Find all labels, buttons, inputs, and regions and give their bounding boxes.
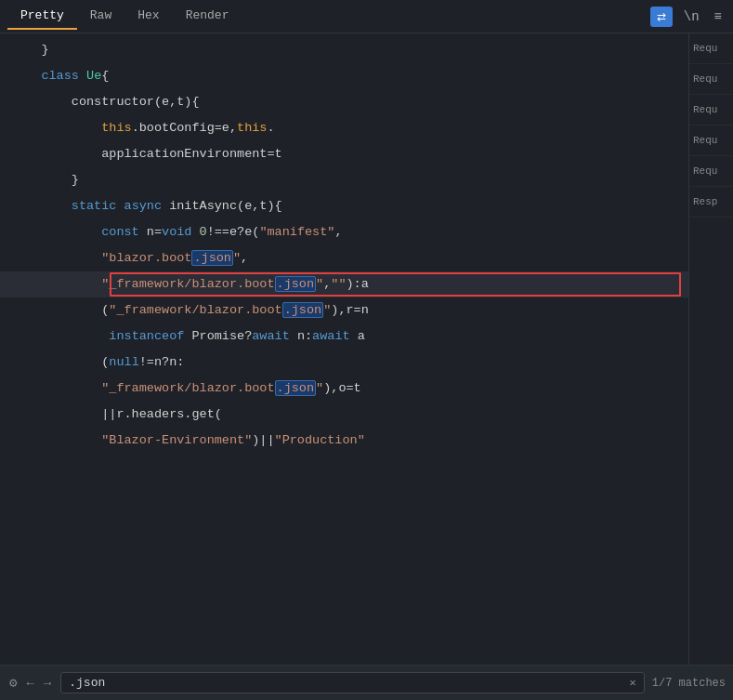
right-panel: Requ Requ Requ Requ Requ Resp xyxy=(688,33,733,665)
code-text: "_framework/blazor.boot.json",""):a xyxy=(11,271,369,297)
search-input-wrap: ✕ xyxy=(60,672,645,693)
code-text: } xyxy=(11,167,79,193)
main-area: } class Ue{ constructor(e,t){ this.bootC… xyxy=(0,33,733,665)
menu-icon[interactable]: ≡ xyxy=(711,7,726,26)
right-panel-item[interactable]: Requ xyxy=(689,156,733,187)
code-text: const n=void 0!==e?e("manifest", xyxy=(11,219,343,245)
code-text: (null!=n?n: xyxy=(11,350,184,376)
right-panel-item[interactable]: Requ xyxy=(689,125,733,156)
code-line: "Blazor-Environment")||"Production" xyxy=(0,428,688,454)
tab-render[interactable]: Render xyxy=(173,3,242,30)
settings-icon[interactable]: ⚙ xyxy=(7,673,19,693)
newline-icon[interactable]: \n xyxy=(680,7,703,26)
code-line: static async initAsync(e,t){ xyxy=(0,193,688,219)
code-line: class Ue{ xyxy=(0,63,688,89)
code-line: } xyxy=(0,37,688,63)
code-text: instanceof Promise?await n:await a xyxy=(11,324,365,350)
code-line: constructor(e,t){ xyxy=(0,89,688,115)
search-clear-button[interactable]: ✕ xyxy=(630,676,636,690)
match-count: 1/7 matches xyxy=(652,677,726,690)
tab-bar: Pretty Raw Hex Render ⇄ \n ≡ xyxy=(0,0,733,33)
code-line: this.bootConfig=e,this. xyxy=(0,115,688,141)
code-text: this.bootConfig=e,this. xyxy=(11,115,275,141)
code-line: } xyxy=(0,167,688,193)
right-panel-item[interactable]: Requ xyxy=(689,95,733,125)
code-content: } class Ue{ constructor(e,t){ this.bootC… xyxy=(0,33,688,665)
code-text: static async initAsync(e,t){ xyxy=(11,193,282,219)
tab-pretty[interactable]: Pretty xyxy=(7,3,77,30)
code-text: ("_framework/blazor.boot.json"),r=n xyxy=(11,297,369,324)
wrap-icon-button[interactable]: ⇄ xyxy=(650,7,673,27)
right-panel-item[interactable]: Requ xyxy=(689,33,733,64)
code-line: (null!=n?n: xyxy=(0,350,688,376)
right-panel-item[interactable]: Resp xyxy=(689,187,733,218)
code-line-selected: "_framework/blazor.boot.json",""):a xyxy=(0,271,688,297)
back-icon[interactable]: ← xyxy=(24,674,35,693)
code-line: instanceof Promise?await n:await a xyxy=(0,324,688,350)
tab-hex[interactable]: Hex xyxy=(124,3,172,30)
code-text: "blazor.boot.json", xyxy=(11,245,248,271)
code-line: "blazor.boot.json", xyxy=(0,245,688,271)
right-panel-item[interactable]: Requ xyxy=(689,64,733,95)
code-text: constructor(e,t){ xyxy=(11,89,200,115)
tab-raw[interactable]: Raw xyxy=(77,3,124,30)
forward-icon[interactable]: → xyxy=(42,674,53,693)
code-text: } xyxy=(11,37,49,63)
search-input[interactable] xyxy=(69,676,623,690)
code-panel: } class Ue{ constructor(e,t){ this.bootC… xyxy=(0,33,688,665)
code-text: class Ue{ xyxy=(11,63,109,89)
code-line: applicationEnvironment=t xyxy=(0,141,688,167)
code-text: "Blazor-Environment")||"Production" xyxy=(11,428,365,454)
code-line: "_framework/blazor.boot.json"),o=t xyxy=(0,376,688,402)
code-text: applicationEnvironment=t xyxy=(11,141,282,167)
code-text: "_framework/blazor.boot.json"),o=t xyxy=(11,376,361,402)
code-line: ("_framework/blazor.boot.json"),r=n xyxy=(0,297,688,324)
code-line: const n=void 0!==e?e("manifest", xyxy=(0,219,688,245)
code-line: ||r.headers.get( xyxy=(0,402,688,428)
search-bar: ⚙ ← → ✕ 1/7 matches xyxy=(0,665,733,700)
code-text: ||r.headers.get( xyxy=(11,402,222,428)
